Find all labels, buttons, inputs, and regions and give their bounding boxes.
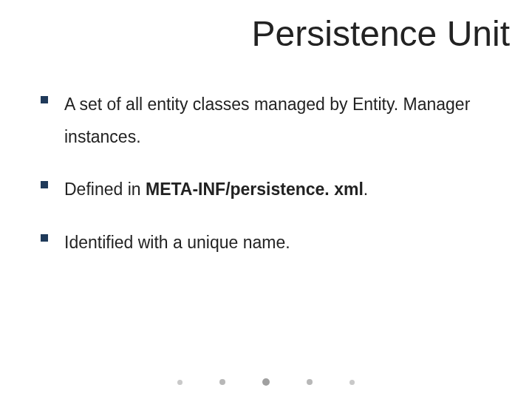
bullet-text: A set of all entity classes managed by E… (64, 89, 502, 153)
bullet-text: Defined in META-INF/persistence. xml. (64, 174, 368, 206)
bullet-icon (41, 234, 48, 242)
dot-icon (349, 380, 355, 385)
bullet-icon (41, 96, 48, 103)
list-item: Identified with a unique name. (41, 227, 502, 259)
dot-icon (262, 378, 270, 386)
dot-icon (219, 379, 225, 385)
dot-icon (307, 379, 313, 385)
pager-dots (177, 378, 355, 386)
list-item: Defined in META-INF/persistence. xml. (41, 174, 502, 206)
list-item: A set of all entity classes managed by E… (41, 89, 502, 153)
dot-icon (177, 380, 183, 385)
slide-title: Persistence Unit (252, 13, 510, 54)
bullet-text: Identified with a unique name. (64, 227, 290, 259)
bullet-icon (41, 181, 48, 188)
bullet-list: A set of all entity classes managed by E… (41, 89, 502, 280)
